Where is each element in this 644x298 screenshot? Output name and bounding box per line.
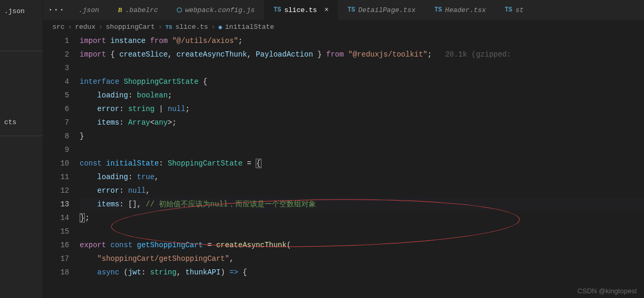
chevron-right-icon: › (211, 23, 215, 31)
line-number: 6 (43, 102, 69, 116)
code-line: loading: true, (80, 170, 644, 184)
code-line: error: string | null; (80, 102, 644, 116)
code-line: const initialState: ShoppingCartState = … (80, 157, 644, 170)
tab-detailpage[interactable]: TS DetailPage.tsx (338, 0, 425, 20)
tab-label: st (516, 6, 524, 14)
line-number: 11 (43, 170, 69, 184)
breadcrumb-symbol[interactable]: initialState (225, 23, 275, 31)
line-number: 17 (43, 252, 69, 266)
babel-icon: B (118, 6, 122, 14)
code-line (80, 61, 644, 75)
chevron-right-icon: › (158, 23, 162, 31)
line-number: 4 (43, 75, 69, 89)
line-number: 1 (43, 34, 69, 48)
code-line: } (80, 129, 644, 143)
breadcrumb-item[interactable]: shoppingCart (106, 23, 155, 31)
line-gutter: 1 2 3 4 5 6 7 8 9 10 11 12 13 14 15 16 1… (43, 34, 80, 298)
line-number: 5 (43, 89, 69, 102)
line-number: 18 (43, 266, 69, 279)
tab-label: .babelrc (125, 6, 158, 14)
divider (0, 136, 42, 136)
editor-main: ··· .json B .babelrc ⬡ webpack.config.js… (43, 0, 644, 298)
code-line: error: null, (80, 184, 644, 197)
line-number: 2 (43, 48, 69, 61)
code-line (80, 143, 644, 157)
tab-label: webpack.config.js (185, 6, 255, 14)
close-icon[interactable]: × (324, 6, 329, 14)
tab-label: .json (79, 6, 99, 14)
ts-icon: TS (347, 6, 355, 14)
ts-icon: TS (274, 6, 281, 14)
chevron-right-icon: › (68, 23, 72, 31)
line-number: 14 (43, 211, 69, 225)
divider (0, 51, 42, 51)
line-number: 3 (43, 61, 69, 75)
tab-partial[interactable]: TS st (495, 0, 533, 20)
tab-header[interactable]: TS Header.tsx (425, 0, 495, 20)
tab-slice[interactable]: TS slice.ts × (264, 0, 338, 20)
code-line: import { createSlice, createAsyncThunk, … (80, 48, 644, 61)
code-line: items: [], // 初始值不应该为null，而应该是一个空数组对象 (80, 197, 644, 211)
code-line: export const getShoppingCart = createAsy… (80, 238, 644, 252)
line-number: 10 (43, 157, 69, 170)
sidebar: .json cts (0, 0, 43, 298)
line-number: 9 (43, 143, 69, 157)
code-line: loading: boolean; (80, 89, 644, 102)
tab-json[interactable]: .json (69, 0, 108, 20)
sidebar-item[interactable]: .json (0, 5, 42, 17)
code-line: }; (80, 211, 644, 225)
tab-bar: ··· .json B .babelrc ⬡ webpack.config.js… (43, 0, 644, 20)
code-line: async (jwt: string, thunkAPI) => { (80, 266, 644, 279)
tab-label: slice.ts (284, 6, 316, 14)
tab-babelrc[interactable]: B .babelrc (108, 0, 167, 20)
line-number: 7 (43, 116, 69, 129)
ts-icon: TS (434, 6, 442, 14)
tab-webpack[interactable]: ⬡ webpack.config.js (167, 0, 264, 20)
line-number: 8 (43, 129, 69, 143)
code-line: interface ShoppingCartState { (80, 75, 644, 89)
tab-label: DetailPage.tsx (358, 6, 416, 14)
line-number: 13 (43, 197, 69, 211)
code-line: "shoppingCart/getShoppingCart", (80, 252, 644, 266)
watermark: CSDN @kingtopest (577, 287, 637, 295)
webpack-icon: ⬡ (177, 6, 182, 14)
line-number: 16 (43, 238, 69, 252)
sidebar-item[interactable]: cts (0, 116, 42, 128)
code-line: items: Array<any>; (80, 116, 644, 129)
ts-icon: TS (165, 24, 172, 30)
code-line (80, 225, 644, 238)
tab-overflow-button[interactable]: ··· (43, 5, 69, 15)
code-content[interactable]: import instance from "@/utils/axios"; im… (80, 34, 644, 298)
breadcrumb-item[interactable]: redux (75, 23, 95, 31)
tab-label: Header.tsx (445, 6, 486, 14)
line-number: 15 (43, 225, 69, 238)
code-editor[interactable]: 1 2 3 4 5 6 7 8 9 10 11 12 13 14 15 16 1… (43, 34, 644, 298)
code-line: import instance from "@/utils/axios"; (80, 34, 644, 48)
line-number: 12 (43, 184, 69, 197)
breadcrumb[interactable]: src › redux › shoppingCart › TS slice.ts… (43, 20, 644, 34)
chevron-right-icon: › (99, 23, 103, 31)
breadcrumb-file[interactable]: slice.ts (176, 23, 208, 31)
variable-icon: ◉ (219, 24, 222, 30)
breadcrumb-item[interactable]: src (52, 23, 64, 31)
ts-icon: TS (505, 6, 512, 14)
